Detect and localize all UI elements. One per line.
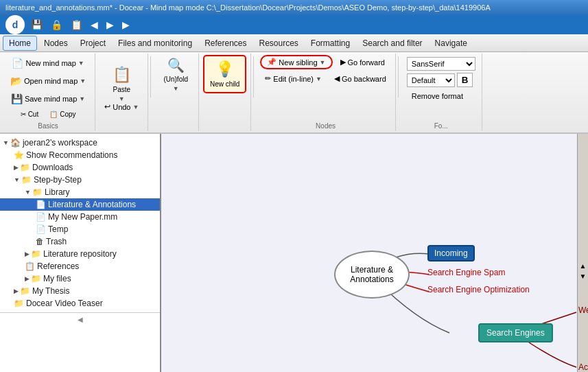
myfiles-label: My files bbox=[43, 274, 71, 283]
sidebar-item-downloads[interactable]: ▶ 📁 Downloads bbox=[0, 161, 160, 174]
menu-formatting[interactable]: Formatting bbox=[305, 36, 355, 50]
sidebar-item-mynewpaper[interactable]: 📄 My New Paper.mm bbox=[0, 211, 160, 223]
sidebar-item-literature[interactable]: 📄 Literature & Annotations bbox=[0, 198, 160, 211]
save-mindmap-icon: 💾 bbox=[11, 93, 23, 104]
menu-files[interactable]: Files and monitoring bbox=[113, 36, 198, 50]
new-sibling-icon: 📌 bbox=[267, 58, 277, 67]
qa-save[interactable]: 💾 bbox=[29, 19, 45, 30]
title-bar: literature_and_annotations.mm* - Docear … bbox=[0, 0, 588, 15]
qa-forward2[interactable]: ▶ bbox=[120, 19, 132, 30]
unfold-arrow: ▼ bbox=[173, 85, 179, 92]
stepbystep-label: Step-by-Step bbox=[34, 175, 82, 185]
sidebar-item-workspace[interactable]: ▼ 🏠 joeran2's workspace bbox=[0, 137, 160, 149]
sidebar-item-myfiles[interactable]: ▶ 📁 My files bbox=[0, 272, 160, 285]
qa-back[interactable]: ◀ bbox=[89, 19, 100, 30]
go-forward-button[interactable]: ▶ Go forward bbox=[336, 55, 390, 69]
new-sibling-button[interactable]: 📌 New sibling ▼ bbox=[260, 55, 332, 69]
scroll-down-btn[interactable]: ▼ bbox=[578, 271, 588, 281]
menu-nodes[interactable]: Nodes bbox=[38, 36, 73, 50]
qa-lock[interactable]: 🔒 bbox=[49, 19, 64, 30]
mindmap-canvas[interactable]: Literature &Annotations Incoming Search … bbox=[161, 134, 588, 372]
sidebar-item-videoteaser[interactable]: 📁 Docear Video Teaser bbox=[0, 297, 160, 310]
open-mindmap-button[interactable]: 📂 Open mind map ▼ bbox=[5, 73, 91, 89]
expand-litrepo: ▶ bbox=[25, 251, 30, 257]
workspace-icon: 🏠 bbox=[10, 138, 21, 148]
sidebar-item-temp[interactable]: 📄 Temp bbox=[0, 223, 160, 235]
center-node-box: Literature &Annotations bbox=[334, 251, 410, 299]
academic-node[interactable]: Academic bbox=[578, 362, 588, 372]
undo-button[interactable]: ↩ Undo ▼ bbox=[99, 100, 143, 114]
copy-button[interactable]: 📋 Copy bbox=[46, 108, 79, 120]
search-engines-node[interactable]: Search Engines bbox=[478, 323, 553, 342]
literature-label: Literature & Annotations bbox=[48, 200, 136, 209]
nodes-label: Nodes bbox=[316, 121, 336, 130]
sidebar-item-recommendations[interactable]: ⭐ Show Recommendations bbox=[0, 149, 160, 161]
scroll-up-btn[interactable]: ▲ bbox=[578, 261, 588, 271]
center-node[interactable]: Literature &Annotations bbox=[334, 251, 410, 299]
references-label: References bbox=[37, 261, 79, 271]
go-backward-label: Go backward bbox=[342, 75, 386, 83]
web-node[interactable]: Web bbox=[578, 305, 588, 315]
recommendations-icon: ⭐ bbox=[14, 150, 24, 160]
save-mindmap-button[interactable]: 💾 Save mind map ▼ bbox=[6, 91, 90, 107]
toolbar: 📄 New mind map ▼ 📂 Open mind map ▼ 💾 Sav… bbox=[0, 52, 588, 134]
menu-home[interactable]: Home bbox=[3, 36, 37, 51]
basics-label: Basics bbox=[38, 121, 58, 130]
go-backward-button[interactable]: ◀ Go backward bbox=[329, 71, 391, 86]
paste-button[interactable]: 📋 Paste ▼ bbox=[99, 71, 143, 97]
sidebar-item-trash[interactable]: 🗑 Trash bbox=[0, 235, 160, 248]
main-content: ▼ 🏠 joeran2's workspace ⭐ Show Recommend… bbox=[0, 134, 588, 372]
go-forward-label: Go forward bbox=[348, 58, 385, 67]
font-size-select[interactable]: Default 10 12 14 16 bbox=[407, 73, 455, 87]
new-mindmap-icon: 📄 bbox=[12, 58, 23, 69]
formatting-label: Fo... bbox=[434, 121, 448, 130]
sidebar-item-references[interactable]: 📋 References bbox=[0, 260, 160, 272]
cut-button[interactable]: ✂ Cut bbox=[17, 108, 43, 120]
undo-icon: ↩ bbox=[104, 102, 110, 111]
menu-project[interactable]: Project bbox=[75, 36, 111, 50]
sidebar-item-litrepo[interactable]: ▶ 📁 Literature repository bbox=[0, 248, 160, 260]
trash-icon: 🗑 bbox=[36, 237, 44, 246]
stepbystep-icon: 📁 bbox=[21, 175, 32, 185]
literature-icon: 📄 bbox=[36, 200, 46, 209]
recommendations-label: Show Recommendations bbox=[26, 150, 117, 160]
downloads-icon: 📁 bbox=[20, 163, 30, 172]
font-name-select[interactable]: SansSerif Arial Times New Roman bbox=[407, 57, 475, 71]
expand-downloads: ▶ bbox=[14, 164, 19, 171]
search-engines-box: Search Engines bbox=[478, 323, 553, 342]
sidebar: ▼ 🏠 joeran2's workspace ⭐ Show Recommend… bbox=[0, 134, 161, 372]
new-mindmap-button[interactable]: 📄 New mind map ▼ bbox=[7, 55, 89, 71]
menu-references[interactable]: References bbox=[199, 36, 252, 50]
toolbar-new-child: 💡 New child bbox=[199, 54, 251, 131]
bold-button[interactable]: B bbox=[457, 73, 473, 87]
qa-clipboard[interactable]: 📋 bbox=[69, 19, 84, 30]
spam-node[interactable]: Search Engine Spam bbox=[427, 268, 505, 277]
sidebar-scroll: ◀ bbox=[0, 312, 160, 323]
unfold-icon: 🔍 bbox=[167, 57, 185, 73]
center-node-label: Literature &Annotations bbox=[350, 265, 393, 284]
divider-3 bbox=[398, 56, 399, 97]
sidebar-item-stepbystep[interactable]: ▼ 📁 Step-by-Step bbox=[0, 174, 160, 186]
videoteaser-icon: 📁 bbox=[14, 299, 24, 308]
menu-navigate[interactable]: Navigate bbox=[430, 36, 473, 50]
toolbar-formatting: SansSerif Arial Times New Roman Default … bbox=[401, 54, 482, 131]
toolbar-edit: 📋 Paste ▼ ↩ Undo ▼ bbox=[95, 54, 148, 131]
expand-workspace: ▼ bbox=[3, 139, 9, 146]
app-logo[interactable]: d bbox=[5, 15, 25, 34]
unfold-button[interactable]: 🔍 (Un)fold ▼ bbox=[157, 55, 194, 93]
sidebar-item-library[interactable]: ▼ 📁 Library bbox=[0, 186, 160, 198]
new-child-button[interactable]: 💡 New child bbox=[203, 55, 246, 93]
remove-format-button[interactable]: Remove format bbox=[407, 89, 475, 103]
edit-inline-button[interactable]: ✏ Edit (in-line) ▼ bbox=[260, 71, 327, 86]
seo-node[interactable]: Search Engine Optimization bbox=[427, 285, 530, 294]
toolbar-unfold: 🔍 (Un)fold ▼ bbox=[153, 54, 199, 131]
menu-search[interactable]: Search and filter bbox=[357, 36, 427, 50]
myfiles-icon: 📁 bbox=[31, 274, 41, 283]
go-forward-icon: ▶ bbox=[340, 58, 346, 67]
qa-forward[interactable]: ▶ bbox=[104, 19, 116, 30]
incoming-node[interactable]: Incoming bbox=[427, 245, 475, 261]
open-mindmap-icon: 📂 bbox=[10, 75, 22, 86]
litrepo-icon: 📁 bbox=[31, 249, 41, 259]
sidebar-item-mythesis[interactable]: ▶ 📁 My Thesis bbox=[0, 285, 160, 297]
menu-resources[interactable]: Resources bbox=[254, 36, 304, 50]
